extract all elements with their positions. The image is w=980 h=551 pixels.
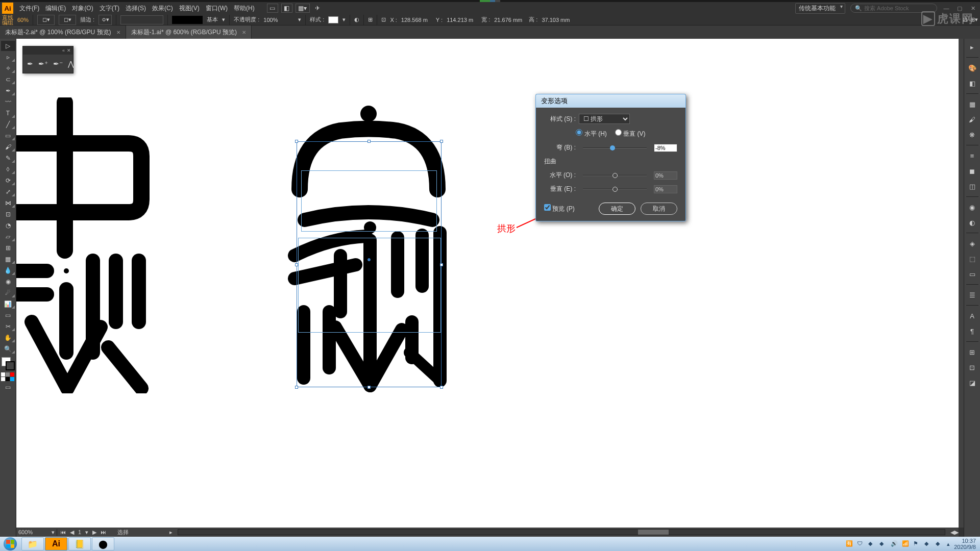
menu-window[interactable]: 窗口(W) (203, 4, 231, 13)
width-tool[interactable]: ⋈ (1, 198, 15, 208)
panel-para-icon[interactable]: ¶ (966, 325, 979, 337)
x-input[interactable] (401, 17, 432, 23)
panel-transform-icon[interactable]: ⊡ (966, 361, 979, 373)
symbol-sprayer-tool[interactable]: ☄ (1, 288, 15, 298)
brush-add-anchor-icon[interactable]: ✒⁺ (38, 60, 48, 68)
zoom-level[interactable]: 600%▾ (16, 529, 57, 536)
bend-input[interactable] (654, 144, 677, 152)
panel-color-guide-icon[interactable]: ◧ (966, 77, 979, 89)
panel-stroke-icon[interactable]: ≡ (966, 149, 979, 162)
task-explorer[interactable]: 📁 (21, 537, 44, 550)
dist-h-slider[interactable] (583, 172, 647, 179)
panel-libraries-icon[interactable]: ☰ (966, 289, 979, 301)
task-illustrator[interactable]: Ai (45, 537, 67, 550)
bend-slider[interactable] (583, 145, 647, 151)
tray-app1-icon[interactable]: ◆ (868, 540, 875, 547)
tray-shield-icon[interactable]: 🛡 (857, 540, 864, 547)
panel-brushes-icon[interactable]: 🖌 (966, 113, 979, 126)
brush-del-anchor-icon[interactable]: ✒⁻ (53, 60, 63, 68)
panel-appearance-icon[interactable]: ◉ (966, 201, 979, 213)
scale-tool[interactable]: ⤢ (1, 187, 15, 197)
curvature-tool[interactable]: 〰 (1, 97, 15, 107)
y-input[interactable] (447, 17, 477, 23)
panel-align-icon[interactable]: ⊞ (966, 346, 979, 358)
stroke-profile[interactable] (172, 16, 203, 24)
panel-swatches-icon[interactable]: ▦ (966, 98, 979, 110)
tab-doc-2[interactable]: 未标题-1.ai* @ 600% (RGB/GPU 预览)✕ (126, 26, 252, 39)
menu-edit[interactable]: 编辑(E) (42, 4, 69, 13)
menu-type[interactable]: 文字(T) (96, 4, 122, 13)
preview-checkbox[interactable]: 预览 (P) (544, 204, 575, 213)
task-notes[interactable]: 📒 (68, 537, 91, 550)
free-transform-tool[interactable]: ⊡ (1, 209, 15, 219)
tray-app4-icon[interactable]: ◆ (936, 540, 943, 547)
send-icon[interactable]: ✈ (315, 5, 320, 12)
workspace-switcher[interactable]: 传统基本功能 (795, 3, 845, 14)
blend-tool[interactable]: ◉ (1, 277, 15, 287)
menu-effect[interactable]: 效果(C) (149, 4, 176, 13)
panel-color-icon[interactable]: 🎨 (966, 62, 979, 74)
menu-object[interactable]: 对象(O) (69, 4, 96, 13)
rotate-tool[interactable]: ⟳ (1, 176, 15, 186)
opacity-input[interactable] (263, 17, 294, 23)
dist-v-slider[interactable] (583, 186, 647, 192)
eraser-tool[interactable]: ◊ (1, 164, 15, 174)
vertical-radio[interactable]: 垂直 (V) (615, 129, 646, 138)
tray-network-icon[interactable]: 📶 (902, 540, 909, 547)
menu-help[interactable]: 帮助(H) (231, 4, 258, 13)
tab-close-icon[interactable]: ✕ (242, 30, 246, 35)
artboard-tool[interactable]: ▭ (1, 310, 15, 320)
lasso-tool[interactable]: ⊂ (1, 74, 15, 85)
system-tray[interactable]: 🈶 🛡 ◆ ◆ 🔊 📶 ⚑ ◆ ◆ ▴ 10:37 2020/9/8 (842, 538, 980, 550)
menu-file[interactable]: 文件(F) (16, 4, 42, 13)
tray-expand-icon[interactable]: ▴ (947, 541, 950, 547)
stroke-swatch-dd[interactable]: ◻▾ (59, 15, 76, 25)
panel-pathfinder-icon[interactable]: ◪ (966, 377, 979, 389)
graphic-style-swatch[interactable] (328, 16, 338, 23)
panel-char-icon[interactable]: A (966, 310, 979, 322)
pen-tool[interactable]: ✒ (1, 86, 15, 96)
gradient-tool[interactable]: ▦ (1, 254, 15, 264)
perspective-tool[interactable]: ▱ (1, 232, 15, 242)
mesh-tool[interactable]: ⊞ (1, 243, 15, 253)
tab-doc-1[interactable]: 未标题-2.ai* @ 100% (RGB/GPU 预览)✕ (0, 26, 126, 39)
start-button[interactable] (0, 537, 20, 551)
hand-tool[interactable]: ✋ (1, 333, 15, 343)
panel-graphic-styles-icon[interactable]: ◐ (966, 216, 979, 229)
tray-volume-icon[interactable]: 🔊 (891, 540, 898, 547)
canvas-area[interactable]: «✕ ✒ ✒⁺ ✒⁻ ⋀ 拱形 600%▾ ⏮◀1▾▶⏭ 选择 ▸ (16, 39, 964, 537)
screen-mode[interactable]: ▭ (1, 382, 15, 392)
h-input[interactable] (542, 17, 572, 23)
shaper-tool[interactable]: ✎ (1, 153, 15, 163)
task-obs[interactable]: ⬤ (92, 537, 114, 550)
w-input[interactable] (494, 17, 525, 23)
tab-close-icon[interactable]: ✕ (116, 30, 120, 35)
doc-btn-1[interactable]: ▭ (267, 4, 278, 13)
panel-collapse-icon[interactable]: « (62, 48, 65, 53)
tray-app2-icon[interactable]: ◆ (879, 540, 887, 547)
ok-button[interactable]: 确定 (599, 203, 635, 215)
menu-select[interactable]: 选择(S) (122, 4, 149, 13)
eyedropper-tool[interactable]: 💧 (1, 265, 15, 276)
brush-tool-icon[interactable]: ✒ (27, 60, 33, 68)
tray-lang-icon[interactable]: 🈶 (846, 540, 853, 547)
panel-transparency-icon[interactable]: ◫ (966, 180, 979, 192)
doc-btn-2[interactable]: ◧ (281, 4, 292, 13)
arrange-btn[interactable]: ▦▾ (296, 4, 310, 13)
fill-swatch-dd[interactable]: ◻▾ (37, 15, 55, 25)
direct-selection-tool[interactable]: ▹ (1, 52, 15, 62)
brush-convert-icon[interactable]: ⋀ (68, 60, 74, 68)
graph-tool[interactable]: 📊 (1, 299, 15, 309)
horizontal-scrollbar[interactable] (178, 529, 945, 535)
type-tool[interactable]: T (1, 108, 15, 118)
panel-properties-icon[interactable]: ▸ (966, 41, 979, 53)
panel-gradient-icon[interactable]: ◼ (966, 165, 979, 177)
panel-artboards-icon[interactable]: ▭ (966, 268, 979, 280)
align-icon[interactable]: ⊞ (368, 16, 373, 23)
transform-icon[interactable]: ⊡ (381, 16, 386, 23)
paintbrush-tool[interactable]: 🖌 (1, 142, 15, 152)
taskbar-clock[interactable]: 10:37 2020/9/8 (954, 538, 976, 550)
fill-stroke-swatch[interactable] (2, 357, 15, 370)
line-tool[interactable]: ╱ (1, 119, 15, 130)
vertical-scrollbar[interactable] (959, 39, 964, 528)
